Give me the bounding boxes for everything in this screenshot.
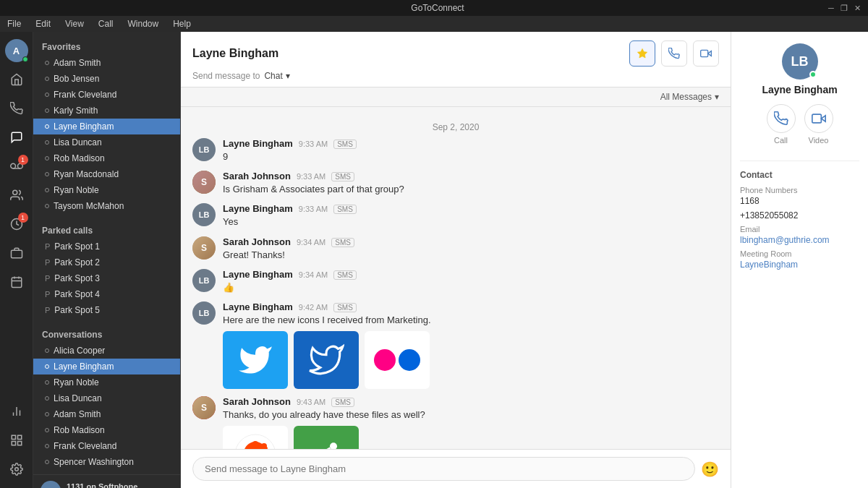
menu-call[interactable]: Call [94, 17, 118, 30]
contact-lisa-duncan[interactable]: Lisa Duncan [33, 134, 180, 150]
bottom-bar-extension: 1131 on Softphone [67, 482, 137, 488]
avatar-lb-3: LB [192, 269, 216, 292]
window-controls[interactable]: ─ ❐ ✕ [826, 3, 862, 13]
contact-taysom-mcmahon[interactable]: Taysom McMahon [33, 198, 180, 214]
message-row: S Sarah Johnson 9:33 AM SMS Is Grisham &… [192, 171, 719, 196]
chat-input-area: 🙂 [181, 449, 731, 488]
park-spot-4[interactable]: PPark Spot 4 [33, 286, 180, 302]
phone-number-1: 1168 [740, 196, 859, 206]
contact-ryan-macdonald[interactable]: Ryan Macdonald [33, 166, 180, 182]
message-row: S Sarah Johnson 9:43 AM SMS Thanks, do y… [192, 396, 719, 449]
avatar-sj-2: S [192, 236, 216, 260]
message-row: S Sarah Johnson 9:34 AM SMS Great! Thank… [192, 236, 719, 262]
home-icon-btn[interactable] [4, 67, 30, 93]
divider-1 [740, 160, 859, 161]
voicemail-icon-btn[interactable]: 1 [4, 153, 30, 179]
avatar: A [5, 39, 28, 62]
msg-channel-5: SMS [333, 270, 357, 280]
call-button[interactable] [661, 40, 687, 67]
svg-marker-38 [821, 116, 825, 121]
contact-avatar: LB [782, 43, 818, 80]
menu-view[interactable]: View [61, 17, 88, 30]
park-spot-5[interactable]: PPark Spot 5 [33, 302, 180, 318]
chat-channel-bar: Send message to Chat ▾ [192, 71, 719, 87]
svg-point-18 [14, 468, 18, 471]
menu-help[interactable]: Help [169, 17, 195, 30]
all-messages-filter[interactable]: All Messages ▾ [660, 92, 719, 102]
contact-rob-madison[interactable]: Rob Madison [33, 150, 180, 166]
avatar-sj-1: S [192, 171, 216, 194]
msg-time-3: 9:33 AM [299, 205, 328, 213]
chat-contact-name: Layne Bingham [192, 47, 278, 60]
msg-sender-3: Layne Bingham [223, 203, 293, 214]
menu-file[interactable]: File [3, 17, 25, 30]
msg-channel-3: SMS [333, 205, 357, 214]
menu-window[interactable]: Window [124, 17, 163, 30]
menu-edit[interactable]: Edit [31, 17, 55, 30]
contact-bob-jensen[interactable]: Bob Jensen [33, 71, 180, 87]
conv-rob-madison[interactable]: Rob Madison [33, 422, 180, 438]
email-link[interactable]: lbingham@guthrie.com [740, 235, 830, 245]
settings-icon-btn[interactable] [4, 456, 30, 482]
history-icon-btn[interactable]: 1 [4, 211, 30, 237]
conv-alicia-cooper[interactable]: Alicia Cooper [33, 343, 180, 359]
video-button[interactable] [693, 40, 719, 67]
call-action-label: Call [774, 136, 788, 145]
filter-dropdown-icon: ▾ [715, 92, 719, 102]
video-action-btn[interactable] [804, 104, 833, 133]
conv-lisa-duncan[interactable]: Lisa Duncan [33, 390, 180, 406]
msg-time-7: 9:43 AM [297, 398, 326, 406]
user-avatar-btn[interactable]: A [4, 38, 30, 64]
bottom-bar[interactable]: G 1131 on Softphone Guthrie Limited ▲ [33, 474, 180, 488]
msg-text-1: 9 [223, 150, 719, 163]
close-button[interactable]: ✕ [852, 3, 862, 13]
emoji-button[interactable]: 🙂 [701, 461, 719, 478]
msg-channel-2: SMS [331, 172, 354, 181]
park-spot-3[interactable]: PPark Spot 3 [33, 270, 180, 286]
call-action[interactable]: Call [767, 104, 796, 145]
contact-karly-smith[interactable]: Karly Smith [33, 103, 180, 119]
analytics-icon-btn[interactable] [4, 398, 30, 424]
msg-text-7: Thanks, do you already have these files … [223, 408, 719, 421]
contact-adam-smith[interactable]: Adam Smith [33, 55, 180, 71]
filter-label: All Messages [660, 92, 712, 102]
park-spot-1[interactable]: PPark Spot 1 [33, 239, 180, 254]
svg-rect-5 [11, 250, 22, 258]
msg-sender-2: Sarah Johnson [223, 171, 291, 181]
chat-icon-btn[interactable] [4, 124, 30, 150]
video-action[interactable]: Video [804, 104, 833, 145]
msg-sender-4: Sarah Johnson [223, 236, 291, 247]
star-button[interactable] [629, 40, 655, 67]
conv-spencer-washington[interactable]: Spencer Washington [33, 454, 180, 470]
chat-input[interactable] [192, 457, 695, 481]
chat-header: Layne Bingham Send message to Chat [181, 32, 731, 87]
twitter-outline-image [294, 331, 359, 389]
park-spot-2[interactable]: PPark Spot 2 [33, 254, 180, 270]
share-green-image [294, 426, 359, 449]
admin-icon-btn[interactable] [4, 427, 30, 453]
conv-frank-cleveland[interactable]: Frank Cleveland [33, 438, 180, 454]
phone-icon-btn[interactable] [4, 95, 30, 121]
avatar-lb-4: LB [192, 301, 216, 325]
svg-rect-15 [17, 435, 21, 439]
parked-calls-header: Parked calls [33, 220, 180, 239]
maximize-button[interactable]: ❐ [839, 3, 849, 13]
message-row: LB Layne Bingham 9:42 AM SMS Here are th… [192, 301, 719, 389]
svg-rect-7 [12, 278, 22, 288]
channel-select[interactable]: Chat ▾ [264, 71, 289, 81]
meeting-room-link[interactable]: LayneBingham [740, 260, 798, 270]
svg-point-0 [10, 163, 15, 168]
fax-icon-btn[interactable] [4, 240, 30, 266]
minimize-button[interactable]: ─ [826, 3, 836, 13]
contact-ryan-noble[interactable]: Ryan Noble [33, 182, 180, 198]
meetings-icon-btn[interactable] [4, 269, 30, 295]
conv-adam-smith[interactable]: Adam Smith [33, 406, 180, 422]
contacts-icon-btn[interactable] [4, 182, 30, 208]
contact-frank-cleveland[interactable]: Frank Cleveland [33, 87, 180, 103]
call-action-btn[interactable] [767, 104, 796, 133]
email-label: Email [740, 225, 859, 234]
contact-layne-bingham-fav[interactable]: Layne Bingham [33, 119, 180, 134]
conv-layne-bingham[interactable]: Layne Bingham [33, 359, 180, 374]
conv-ryan-noble[interactable]: Ryan Noble [33, 374, 180, 390]
contacts-panel: Favorites Adam Smith Bob Jensen Frank Cl… [33, 32, 181, 488]
